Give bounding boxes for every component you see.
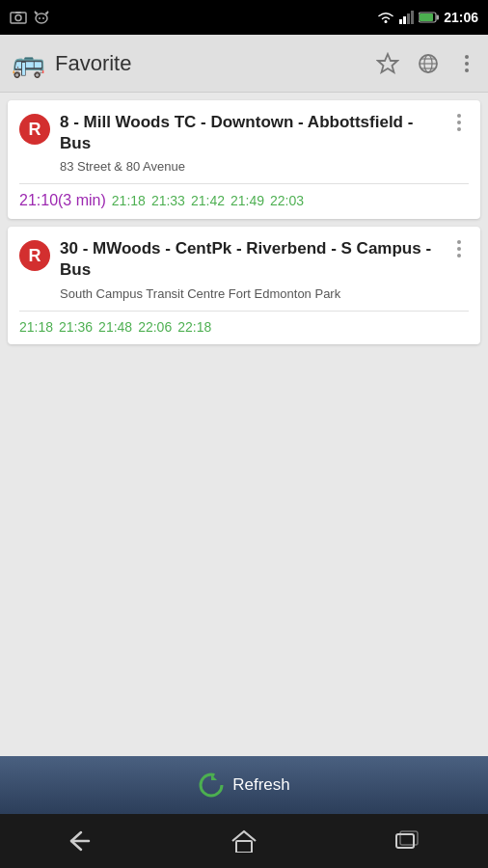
route-2-time-3: 22:06 xyxy=(138,319,172,335)
home-button[interactable] xyxy=(215,822,273,860)
cat-icon xyxy=(33,11,50,24)
bottom-bar: Refresh xyxy=(0,756,488,814)
route-1-time-5: 22:03 xyxy=(270,193,304,208)
globe-icon[interactable] xyxy=(417,52,440,75)
route-2-divider xyxy=(19,311,469,312)
svg-point-5 xyxy=(42,17,44,19)
status-bar-left xyxy=(10,11,50,24)
route-1-menu[interactable] xyxy=(449,112,469,138)
svg-point-20 xyxy=(465,62,469,66)
svg-point-1 xyxy=(15,15,21,21)
status-bar-right: 21:06 xyxy=(376,10,478,25)
svg-point-3 xyxy=(36,14,47,23)
route-1-divider xyxy=(19,183,469,184)
route-card-1: R 8 - Mill Woods TC - Downtown - Abbotts… xyxy=(8,100,480,219)
svg-point-22 xyxy=(457,114,461,118)
svg-point-23 xyxy=(457,121,461,124)
route-1-stop: 83 Street & 80 Avenue xyxy=(60,158,440,176)
route-2-time-4: 22:18 xyxy=(177,319,211,335)
route-2-stop: South Campus Transit Centre Fort Edmonto… xyxy=(60,285,440,303)
route-2-time-0: 21:18 xyxy=(19,319,53,335)
app-icon: 🚌 xyxy=(12,47,45,79)
svg-point-4 xyxy=(39,17,41,19)
route-2-header: R 30 - MWoods - CentPk - Riverbend - S C… xyxy=(19,238,469,302)
route-2-info: 30 - MWoods - CentPk - Riverbend - S Cam… xyxy=(60,238,440,302)
star-icon[interactable] xyxy=(376,52,399,75)
route-2-time-2: 21:48 xyxy=(98,319,132,335)
content-area: R 8 - Mill Woods TC - Downtown - Abbotts… xyxy=(0,93,488,756)
route-1-times: 21:10(3 min) 21:18 21:33 21:42 21:49 22:… xyxy=(19,192,469,209)
route-1-time-3: 21:42 xyxy=(191,193,225,208)
svg-rect-12 xyxy=(437,15,440,20)
route-1-info: 8 - Mill Woods TC - Downtown - Abbottsfi… xyxy=(60,112,440,176)
more-icon[interactable] xyxy=(457,52,476,75)
route-1-time-2: 21:33 xyxy=(151,193,185,208)
recent-apps-button[interactable] xyxy=(378,822,436,860)
route-2-menu[interactable] xyxy=(449,238,469,264)
app-bar-icons xyxy=(376,52,476,75)
svg-point-26 xyxy=(457,247,461,251)
route-1-title: 8 - Mill Woods TC - Downtown - Abbottsfi… xyxy=(60,112,440,154)
route-1-header: R 8 - Mill Woods TC - Downtown - Abbotts… xyxy=(19,112,469,176)
route-2-icon: R xyxy=(19,240,50,271)
svg-rect-31 xyxy=(236,841,252,853)
battery-icon xyxy=(419,12,440,23)
refresh-label: Refresh xyxy=(232,775,290,795)
route-1-time-primary: 21:10(3 min) xyxy=(19,192,106,209)
svg-rect-10 xyxy=(411,11,414,24)
route-2-title: 30 - MWoods - CentPk - Riverbend - S Cam… xyxy=(60,238,440,281)
route-1-time-4: 21:49 xyxy=(230,193,264,208)
svg-point-27 xyxy=(457,254,461,258)
route-1-time-1: 21:18 xyxy=(112,193,146,208)
svg-rect-8 xyxy=(403,16,406,24)
svg-rect-7 xyxy=(399,19,402,24)
route-2-times: 21:18 21:36 21:48 22:06 22:18 xyxy=(19,319,469,335)
route-2-badge: R xyxy=(19,240,50,271)
svg-rect-2 xyxy=(15,12,21,14)
svg-rect-0 xyxy=(11,13,26,23)
photo-icon xyxy=(10,11,27,24)
app-title: Favorite xyxy=(55,51,366,76)
svg-point-21 xyxy=(465,68,469,72)
status-bar: 21:06 xyxy=(0,0,488,35)
status-time: 21:06 xyxy=(444,10,478,25)
signal-icon xyxy=(399,11,415,24)
route-1-icon: R xyxy=(19,114,50,145)
svg-point-25 xyxy=(457,240,461,244)
nav-bar xyxy=(0,814,488,868)
route-1-badge: R xyxy=(19,114,50,145)
svg-rect-9 xyxy=(407,14,410,24)
refresh-icon xyxy=(198,772,225,799)
svg-point-24 xyxy=(457,127,461,131)
svg-rect-13 xyxy=(420,14,433,21)
route-2-time-1: 21:36 xyxy=(59,319,93,335)
app-bar: 🚌 Favorite xyxy=(0,35,488,93)
svg-point-19 xyxy=(465,55,469,59)
svg-point-6 xyxy=(385,20,388,23)
refresh-button[interactable]: Refresh xyxy=(175,764,313,806)
back-button[interactable] xyxy=(52,822,110,860)
route-card-2: R 30 - MWoods - CentPk - Riverbend - S C… xyxy=(8,227,480,343)
wifi-icon xyxy=(376,11,395,24)
svg-rect-32 xyxy=(396,834,414,848)
